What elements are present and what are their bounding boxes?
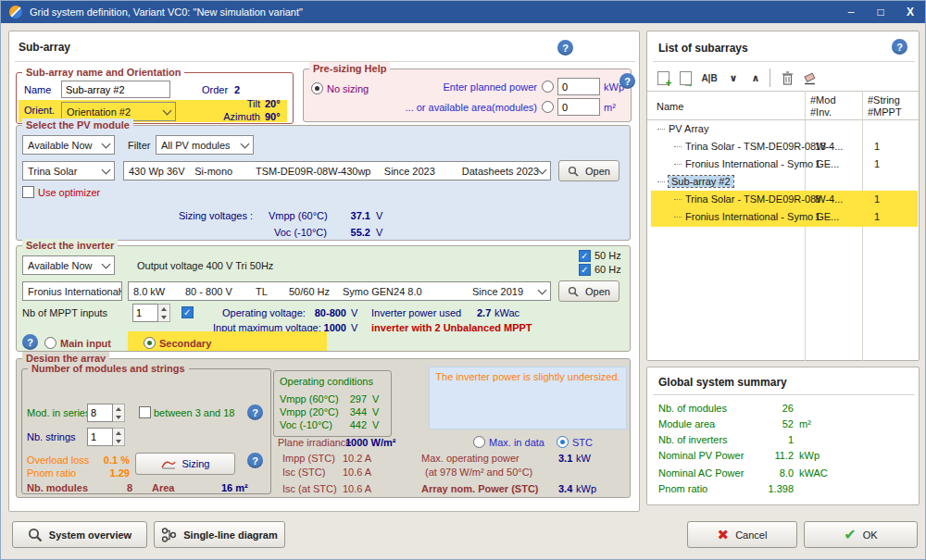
tree-row-inverter-2[interactable]: Fronius International - Symo GE... 1 1 [652, 208, 915, 226]
inverter-manufacturer-dropdown[interactable]: Fronius International [22, 281, 122, 301]
no-sizing-radio[interactable] [311, 82, 323, 94]
available-area-radio[interactable] [542, 101, 554, 113]
cancel-button[interactable]: ✖ Cancel [687, 521, 797, 548]
main-input-radio[interactable] [44, 337, 56, 349]
mod-in-series-value[interactable] [87, 404, 113, 422]
duplicate-subarray-button[interactable]: → [675, 68, 695, 87]
tree-row-string-count: 1 [874, 138, 880, 156]
summary-row-label: Nb. of inverters [658, 434, 728, 445]
impp-value: 10.2 A [343, 453, 371, 464]
rename-subarray-button[interactable]: A|B [699, 68, 720, 87]
mppt-inputs-stepper[interactable] [132, 304, 170, 322]
column-header-name[interactable]: Name [657, 101, 683, 112]
ok-button[interactable]: ✔ OK [804, 521, 918, 548]
freq-60hz-checkbox[interactable] [579, 264, 591, 276]
tree-row-inverter[interactable]: Fronius International - Symo GE... 1 1 [652, 156, 915, 173]
system-overview-button[interactable]: System overview [12, 521, 147, 548]
mppt-inputs-value[interactable] [132, 304, 158, 322]
pv-open-button[interactable]: Open [558, 160, 619, 181]
pv-availability-dropdown[interactable]: Available Now [22, 135, 115, 155]
stepper-arrows[interactable] [113, 428, 125, 446]
pv-module-legend: Select the PV module [22, 118, 133, 131]
move-up-button[interactable]: ∧ [745, 68, 766, 87]
add-subarray-button[interactable]: + [653, 68, 673, 87]
array-nom-power-label: Array nom. Power (STC) [421, 483, 539, 494]
sizing-help-icon[interactable]: ? [247, 453, 263, 468]
search-icon [568, 166, 579, 177]
subarray-panel-title: Sub-array [19, 41, 70, 54]
sizing-button[interactable]: Sizing [135, 453, 235, 475]
opcond-row-value: 344 [341, 406, 367, 417]
column-header-mppt[interactable]: #MPPT [868, 106, 902, 118]
mod-in-series-label: Mod. in series [27, 407, 90, 418]
chevron-down-icon [538, 165, 547, 174]
presizing-help-icon[interactable]: ? [619, 73, 635, 89]
nb-strings-value[interactable] [87, 428, 113, 446]
presizing-legend: Pre-sizing Help [309, 62, 390, 75]
tree-row-subarray2[interactable]: Sub-array #2 [652, 173, 915, 191]
column-header-mod[interactable]: #Mod [810, 94, 836, 106]
global-summary-panel: Global system summary Nb. of modules 26 … [646, 367, 920, 505]
minimize-button[interactable]: – [836, 1, 866, 23]
mppt-help-icon[interactable]: ? [22, 334, 38, 350]
freq-50hz-checkbox[interactable] [579, 250, 591, 262]
pv-module-model: TSM-DE09R-08W-430wp [256, 166, 384, 177]
between-checkbox[interactable] [139, 406, 151, 418]
summary-row-value: 8.0 [740, 467, 794, 479]
stepper-arrows[interactable] [158, 304, 170, 322]
single-line-diagram-button[interactable]: Single-line diagram [154, 521, 285, 548]
inverter-model-dropdown[interactable]: 8.0 kW 80 - 800 V TL 50/60 Hz Symo GEN24… [128, 281, 551, 301]
move-up-icon: ∧ [752, 72, 760, 84]
inverter-availability-dropdown[interactable]: Available Now [22, 255, 115, 275]
isc-at-stc-label: Isc (at STC) [282, 483, 337, 494]
column-header-inv[interactable]: #Inv. [810, 106, 832, 118]
mppt-warning-text: inverter with 2 Unbalanced MPPT [371, 322, 532, 333]
grid-system-definition-window: Grid system definition, Variant VC0: "Ne… [0, 0, 926, 560]
inverter-open-button[interactable]: Open [558, 280, 619, 302]
planned-power-input[interactable] [557, 78, 600, 95]
orient-label: Orient. [24, 105, 55, 116]
pv-module-since: Since 2023 [384, 166, 462, 177]
delete-subarray-button[interactable] [777, 68, 797, 87]
pv-module-dropdown[interactable]: 430 Wp 36V Si-mono TSM-DE09R-08W-430wp S… [123, 161, 551, 180]
output-voltage-label: Output voltage 400 V Tri 50Hz [137, 260, 273, 271]
stepper-arrows[interactable] [113, 404, 125, 422]
subarray-name-input[interactable] [61, 81, 170, 98]
add-icon: + [657, 71, 669, 85]
window-title: Grid system definition, Variant VC0: "Ne… [30, 6, 303, 18]
name-label: Name [24, 84, 51, 95]
max-in-data-radio[interactable] [473, 436, 485, 448]
available-area-input[interactable] [557, 98, 600, 116]
use-optimizer-checkbox[interactable] [22, 186, 34, 198]
opcond-row-label: Voc (-10°C) [280, 419, 332, 430]
mppt-checkbox[interactable] [181, 306, 194, 318]
tree-row-pv-array[interactable]: PV Array [652, 120, 915, 138]
move-down-button[interactable]: ∨ [723, 68, 744, 87]
opcond-row-unit: V [372, 406, 379, 417]
subarray-panel: Sub-array ? Sub-array name and Orientati… [8, 31, 640, 512]
secondary-radio[interactable] [144, 337, 156, 349]
column-header-string[interactable]: #String [868, 94, 900, 106]
operating-conditions-title: Operating conditions [280, 376, 373, 387]
tree-row-module-2[interactable]: Trina Solar - TSM-DE09R-08W-4... 8 1 [652, 191, 915, 208]
subarrays-list-title: List of subarrays [658, 42, 748, 55]
cancel-label: Cancel [735, 529, 767, 541]
subarrays-help-icon[interactable]: ? [892, 39, 907, 55]
stc-radio[interactable] [557, 436, 569, 448]
maximize-button[interactable]: □ [866, 1, 895, 23]
inverter-group: Select the inverter 50 Hz 60 Hz Availabl… [16, 245, 631, 352]
subarray-help-icon[interactable]: ? [557, 40, 573, 56]
impp-label: Impp (STC) [282, 453, 335, 464]
planned-power-radio[interactable] [542, 81, 554, 93]
modules-strings-legend: Number of modules and strings [28, 362, 189, 375]
mod-series-help-icon[interactable]: ? [247, 404, 263, 420]
pv-filter-dropdown[interactable]: All PV modules [156, 135, 254, 155]
nb-strings-stepper[interactable] [87, 428, 125, 446]
clear-subarray-button[interactable] [799, 68, 820, 87]
mod-in-series-stepper[interactable] [87, 404, 125, 422]
close-button[interactable]: X [895, 1, 925, 23]
tree-row-module[interactable]: Trina Solar - TSM-DE09R-08W-4... 18 1 [652, 138, 915, 156]
summary-row-value: 1.398 [740, 483, 794, 494]
single-line-diagram-icon [161, 528, 177, 542]
pv-manufacturer-dropdown[interactable]: Trina Solar [22, 161, 115, 180]
